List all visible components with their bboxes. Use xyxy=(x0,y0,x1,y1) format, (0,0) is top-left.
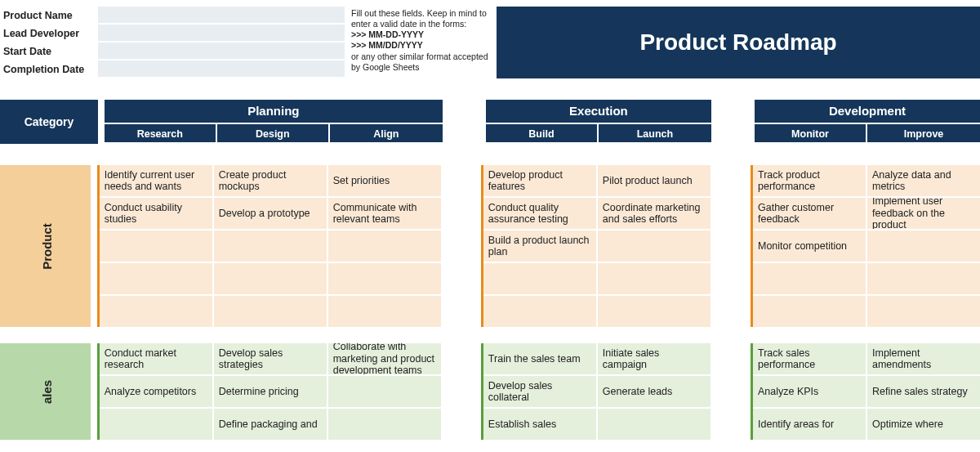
cell[interactable]: Develop product features xyxy=(483,165,596,196)
cell[interactable]: Train the sales team xyxy=(483,343,596,374)
meta-labels: Product Name Lead Developer Start Date C… xyxy=(0,7,98,78)
sub-design: Design xyxy=(217,123,330,142)
cell[interactable] xyxy=(753,263,866,294)
header-category: Category xyxy=(0,100,98,144)
cell[interactable]: Establish sales xyxy=(483,409,596,440)
cell[interactable]: Collaborate with marketing and product d… xyxy=(328,343,441,374)
cell[interactable]: Monitor competition xyxy=(753,230,866,262)
cell[interactable]: Pilot product launch xyxy=(598,165,710,196)
help-fmt1: >>> MM-DD-YYYY xyxy=(351,29,490,40)
label-start-date: Start Date xyxy=(3,43,98,60)
cell[interactable] xyxy=(214,230,327,262)
cell[interactable] xyxy=(328,376,441,407)
top-row: Product Name Lead Developer Start Date C… xyxy=(0,0,980,78)
label-completion-date: Completion Date xyxy=(3,60,98,78)
page-title: Product Roadmap xyxy=(497,7,980,78)
product-development: Track product performanceAnalyze data an… xyxy=(751,165,980,327)
cell[interactable] xyxy=(598,296,710,327)
swimlane-label-product: Product xyxy=(0,165,91,327)
phase-title-development: Development xyxy=(755,100,980,123)
meta-block: Product Name Lead Developer Start Date C… xyxy=(0,7,351,78)
cell[interactable]: Determine pricing xyxy=(214,376,327,407)
sub-improve: Improve xyxy=(867,123,980,142)
phase-title-planning: Planning xyxy=(105,100,443,123)
cell[interactable] xyxy=(598,263,710,294)
phase-execution: Execution Build Launch xyxy=(486,100,711,144)
cell[interactable]: Set priorities xyxy=(328,165,441,196)
cell[interactable]: Conduct market research xyxy=(100,343,212,374)
cell[interactable] xyxy=(100,296,212,327)
cell[interactable]: Develop a prototype xyxy=(214,198,327,229)
input-lead-developer[interactable] xyxy=(98,25,345,41)
sub-align: Align xyxy=(330,123,443,142)
cell[interactable]: Conduct usability studies xyxy=(100,198,212,229)
product-planning: Identify current user needs and wantsCre… xyxy=(97,165,441,327)
cell[interactable]: Identify areas for xyxy=(753,409,866,440)
help-text: Fill out these fields. Keep in mind to e… xyxy=(351,7,490,78)
cell[interactable]: Refine sales strategy xyxy=(867,376,980,407)
sub-research: Research xyxy=(105,123,217,142)
cell[interactable]: Analyze KPIs xyxy=(753,376,866,407)
phase-development: Development Monitor Improve xyxy=(755,100,980,144)
cell[interactable] xyxy=(214,263,327,294)
cell[interactable] xyxy=(483,263,596,294)
cell[interactable] xyxy=(328,296,441,327)
help-fmt2: >>> MM/DD/YYYY xyxy=(351,40,490,51)
cell[interactable]: Conduct quality assurance testing xyxy=(483,198,596,229)
cell[interactable]: Communicate with relevant teams xyxy=(328,198,441,229)
cell[interactable] xyxy=(100,263,212,294)
cell[interactable] xyxy=(483,296,596,327)
cell[interactable] xyxy=(328,263,441,294)
meta-inputs xyxy=(98,7,351,78)
cell[interactable] xyxy=(867,296,980,327)
phase-planning: Planning Research Design Align xyxy=(105,100,443,144)
phase-title-execution: Execution xyxy=(486,100,711,123)
cell[interactable]: Implement amendments xyxy=(867,343,980,374)
swimlane-label-sales: ales xyxy=(0,343,91,440)
cell[interactable] xyxy=(753,296,866,327)
cell[interactable] xyxy=(867,230,980,262)
cell[interactable]: Identify current user needs and wants xyxy=(100,165,212,196)
product-execution: Develop product featuresPilot product la… xyxy=(481,165,710,327)
input-product-name[interactable] xyxy=(98,7,345,23)
label-product-name: Product Name xyxy=(3,7,98,25)
cell[interactable] xyxy=(100,409,212,440)
cell[interactable]: Develop sales collateral xyxy=(483,376,596,407)
cell[interactable] xyxy=(328,230,441,262)
cell[interactable]: Initiate sales campaign xyxy=(598,343,710,374)
cell[interactable]: Track product performance xyxy=(753,165,866,196)
cell[interactable]: Analyze competitors xyxy=(100,376,212,407)
cell[interactable]: Develop sales strategies xyxy=(214,343,327,374)
cell[interactable] xyxy=(100,230,212,262)
cell[interactable] xyxy=(214,296,327,327)
cell[interactable] xyxy=(328,409,441,440)
cell[interactable] xyxy=(867,263,980,294)
sales-development: Track sales performanceImplement amendme… xyxy=(751,343,980,440)
sub-monitor: Monitor xyxy=(755,123,867,142)
sales-execution: Train the sales teamInitiate sales campa… xyxy=(481,343,710,440)
cell[interactable]: Implement user feedback on the product xyxy=(867,198,980,229)
cell[interactable]: Generate leads xyxy=(598,376,710,407)
cell[interactable] xyxy=(598,409,710,440)
sales-planning: Conduct market researchDevelop sales str… xyxy=(97,343,441,440)
cell[interactable]: Track sales performance xyxy=(753,343,866,374)
cell[interactable]: Coordinate marketing and sales efforts xyxy=(598,198,710,229)
cell[interactable]: Create product mockups xyxy=(214,165,327,196)
input-start-date[interactable] xyxy=(98,43,345,59)
header-row: Category Planning Research Design Align … xyxy=(0,100,980,144)
label-lead-developer: Lead Developer xyxy=(3,25,98,43)
sub-build: Build xyxy=(486,123,599,142)
help-line2: or any other similar format accepted by … xyxy=(351,51,490,73)
cell[interactable]: Analyze data and metrics xyxy=(867,165,980,196)
swimlane-product: Product Identify current user needs and … xyxy=(0,165,980,327)
cell[interactable]: Optimize where xyxy=(867,409,980,440)
cell[interactable]: Build a product launch plan xyxy=(483,230,596,262)
cell[interactable] xyxy=(598,230,710,262)
swimlane-sales: ales Conduct market researchDevelop sale… xyxy=(0,343,980,440)
input-completion-date[interactable] xyxy=(98,60,345,77)
help-line1: Fill out these fields. Keep in mind to e… xyxy=(351,8,490,29)
cell[interactable]: Define packaging and xyxy=(214,409,327,440)
sub-launch: Launch xyxy=(599,123,711,142)
cell[interactable]: Gather customer feedback xyxy=(753,198,866,229)
